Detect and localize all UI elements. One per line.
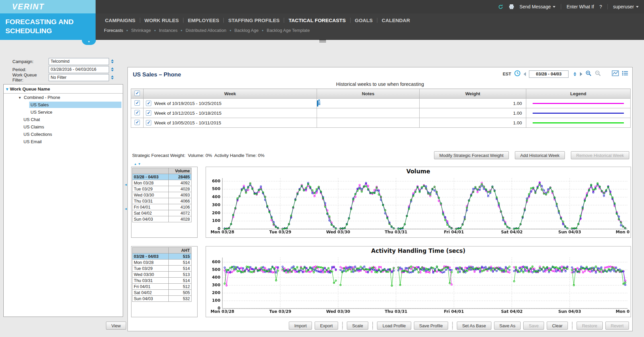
weight-cell[interactable]: 1.00 — [420, 99, 526, 108]
nav-staffing-profiles[interactable]: STAFFING PROFILES — [224, 17, 284, 23]
weight-cell[interactable]: 1.00 — [420, 118, 526, 128]
refresh-icon[interactable] — [498, 4, 503, 10]
save-button[interactable]: Save — [523, 322, 544, 330]
mini-table-row[interactable]: 03/28 - 04/0328485 — [132, 174, 192, 180]
filter-spinner[interactable] — [110, 74, 114, 81]
mini-table-row[interactable]: Wed 03/304093 — [132, 192, 192, 198]
clear-button[interactable]: Clear — [547, 322, 568, 330]
mini-table-row[interactable]: Sun 04/034028 — [132, 216, 192, 222]
view-button[interactable]: View — [106, 322, 126, 330]
subnav-instances[interactable]: Instances — [156, 28, 181, 33]
spinner-up-icon[interactable] — [111, 75, 114, 77]
print-icon[interactable] — [509, 4, 514, 9]
save-profile-button[interactable]: Save Profile — [414, 322, 448, 330]
tree-item-us-collections[interactable]: US Collections — [4, 130, 123, 138]
weight-cell[interactable]: 1.00 — [420, 108, 526, 118]
tree-item-us-email[interactable]: US Email — [4, 138, 123, 145]
expand-collapse-icon[interactable] — [17, 95, 22, 100]
period-spinner[interactable] — [110, 66, 114, 73]
period-label: Period: — [12, 67, 49, 72]
chevron-down-icon[interactable] — [6, 87, 8, 92]
mini-table-row[interactable]: Sun 04/03532 — [132, 296, 192, 302]
mini-table-row[interactable]: Mon 03/28514 — [132, 260, 192, 266]
restore-button[interactable]: Restore — [577, 322, 603, 330]
mini-table-row[interactable]: Tue 03/29514 — [132, 266, 192, 272]
spinner-up-icon[interactable] — [111, 59, 114, 61]
previous-week-icon[interactable] — [524, 72, 526, 76]
tree-item-us-claims[interactable]: US Claims — [4, 123, 123, 130]
mini-table-row[interactable]: Tue 03/294028 — [132, 186, 192, 192]
date-spinner[interactable] — [573, 70, 577, 77]
panel-splitter-grip[interactable] — [319, 40, 326, 42]
zoom-in-icon[interactable] — [585, 70, 592, 78]
revert-button[interactable]: Revert — [605, 322, 629, 330]
work-queue-filter-input[interactable] — [49, 74, 109, 81]
chart-view-icon[interactable] — [612, 70, 619, 77]
nav-goals[interactable]: GOALS — [351, 17, 377, 23]
tree-item-combined-phone[interactable]: Combined - Phone — [4, 94, 123, 101]
date-range-input[interactable] — [529, 70, 569, 78]
next-week-icon[interactable] — [580, 72, 582, 76]
row-checkbox[interactable] — [135, 100, 140, 106]
nav-calendar[interactable]: CALENDAR — [377, 17, 414, 23]
week-checkbox[interactable] — [146, 101, 151, 106]
select-all-checkbox[interactable] — [135, 91, 140, 96]
subnav-shrinkage[interactable]: Shrinkage — [128, 28, 154, 33]
mini-table-row[interactable]: Thu 03/314066 — [132, 198, 192, 204]
send-message-menu[interactable]: Send Message — [520, 4, 555, 9]
mini-table-row[interactable]: Thu 03/31514 — [132, 278, 192, 284]
table-view-icon[interactable] — [622, 71, 628, 77]
subnav-backlog-age-template[interactable]: Backlog Age Template — [263, 28, 313, 33]
subnav-backlog-age[interactable]: Backlog Age — [231, 28, 262, 33]
work-queue-tree-header[interactable]: Work Queue Name — [4, 85, 123, 94]
nav-work-rules[interactable]: WORK RULES — [140, 17, 183, 23]
help-icon[interactable]: ? — [599, 4, 602, 9]
row-checkbox[interactable] — [135, 110, 140, 115]
modify-strategic-forecast-weight-button[interactable]: Modify Strategic Forecast Weight — [434, 151, 509, 159]
mini-table-row[interactable]: Sat 04/024072 — [132, 210, 192, 216]
campaign-input[interactable] — [49, 58, 109, 65]
table-row[interactable]: Week of 10/12/2015 - 10/18/2015 1.00 — [131, 108, 631, 118]
mini-table-row[interactable]: Fri 04/014106 — [132, 204, 192, 210]
nav-campaigns[interactable]: CAMPAIGNS — [101, 17, 140, 23]
table-row[interactable]: Week of 10/19/2015 - 10/25/2015 1.00 — [131, 99, 631, 108]
import-button[interactable]: Import — [289, 322, 312, 330]
mini-table-row[interactable]: 03/28 - 04/03515 — [132, 254, 192, 260]
period-input[interactable] — [49, 66, 109, 73]
table-row[interactable]: Week of 10/05/2015 - 10/11/2015 1.00 — [131, 118, 631, 128]
tree-item-us-sales[interactable]: US Sales — [4, 101, 123, 108]
enter-what-if-link[interactable]: Enter What If — [567, 4, 594, 9]
spinner-down-icon[interactable] — [111, 62, 114, 63]
campaign-spinner[interactable] — [110, 58, 114, 65]
mini-table-row[interactable]: Sat 04/02505 — [132, 290, 192, 296]
note-clipboard-icon[interactable] — [317, 100, 318, 107]
nav-tactical-forecasts[interactable]: TACTICAL FORECASTS — [284, 17, 350, 23]
panel-collapse-tab[interactable] — [82, 40, 96, 45]
nav-employees[interactable]: EMPLOYEES — [183, 17, 223, 23]
export-button[interactable]: Export — [315, 322, 338, 330]
subnav-distributed-allocation[interactable]: Distributed Allocation — [182, 28, 229, 33]
tree-item-us-chat[interactable]: US Chat — [4, 116, 123, 123]
save-as-button[interactable]: Save As — [494, 322, 521, 330]
user-menu[interactable]: superuser — [613, 4, 639, 9]
spinner-down-icon[interactable] — [111, 78, 114, 79]
week-checkbox[interactable] — [146, 110, 151, 116]
load-profile-button[interactable]: Load Profile — [377, 322, 411, 330]
zoom-out-icon[interactable] — [595, 70, 601, 78]
set-as-base-button[interactable]: Set As Base — [457, 322, 491, 330]
subnav-forecasts[interactable]: Forecasts — [101, 28, 126, 33]
spinner-up-icon[interactable] — [111, 67, 114, 69]
tree-item-us-service[interactable]: US Service — [4, 108, 123, 116]
mini-table-row[interactable]: Wed 03/30513 — [132, 272, 192, 278]
mini-table-row[interactable]: Mon 03/284092 — [132, 180, 192, 186]
mini-table-row[interactable]: Fri 04/01512 — [132, 284, 192, 290]
spinner-down-icon[interactable] — [574, 74, 576, 76]
spinner-down-icon[interactable] — [111, 70, 114, 71]
week-checkbox[interactable] — [146, 120, 151, 125]
remove-historical-week-button[interactable]: Remove Historical Week — [571, 151, 629, 159]
scale-button[interactable]: Scale — [347, 322, 369, 330]
spinner-up-icon[interactable] — [574, 72, 576, 74]
collapse-charts-icon[interactable]: ▲▼ — [134, 163, 141, 166]
add-historical-week-button[interactable]: Add Historical Week — [515, 151, 565, 159]
row-checkbox[interactable] — [135, 120, 140, 125]
